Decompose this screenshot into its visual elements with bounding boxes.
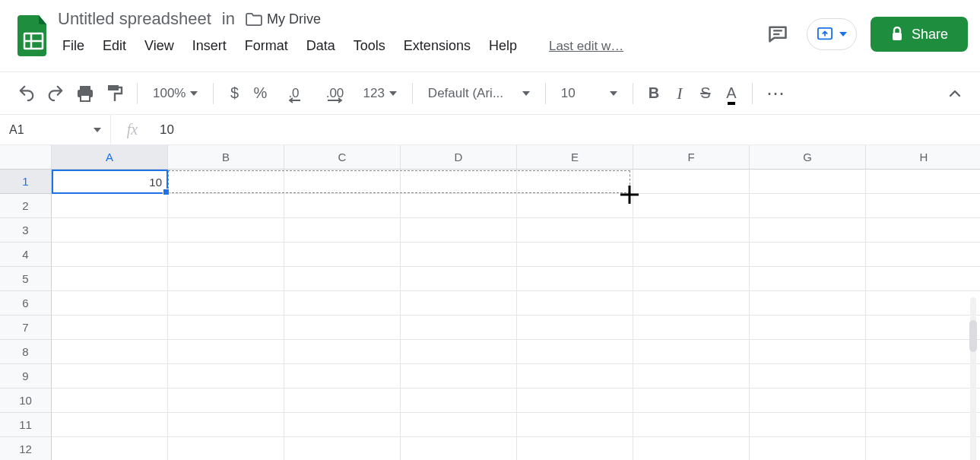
row-header-6[interactable]: 6 (0, 291, 52, 316)
cell-E4[interactable] (517, 243, 633, 267)
menu-format[interactable]: Format (240, 35, 293, 57)
column-header-D[interactable]: D (401, 145, 517, 170)
menu-insert[interactable]: Insert (188, 35, 231, 57)
cell-H3[interactable] (866, 218, 980, 243)
cell-F8[interactable] (633, 340, 750, 364)
cell-C2[interactable] (284, 194, 401, 218)
cell-G6[interactable] (750, 291, 866, 316)
collapse-toolbar-button[interactable] (944, 80, 966, 107)
cell-B10[interactable] (168, 389, 284, 413)
cell-H11[interactable] (866, 413, 980, 437)
column-header-G[interactable]: G (750, 145, 866, 170)
cell-B3[interactable] (168, 218, 284, 243)
menu-data[interactable]: Data (302, 35, 340, 57)
cell-D1[interactable] (401, 170, 517, 194)
cell-E10[interactable] (517, 389, 633, 413)
number-format-dropdown[interactable]: 123 (357, 80, 402, 107)
row-header-10[interactable]: 10 (0, 389, 52, 413)
row-header-7[interactable]: 7 (0, 316, 52, 340)
cell-A5[interactable] (52, 267, 168, 291)
cell-A2[interactable] (52, 194, 168, 218)
column-header-B[interactable]: B (168, 145, 284, 170)
cell-H10[interactable] (866, 389, 980, 413)
cell-G11[interactable] (750, 413, 866, 437)
formula-input[interactable]: 10 (154, 122, 980, 138)
cell-D2[interactable] (401, 194, 517, 218)
cell-F4[interactable] (633, 243, 750, 267)
cell-C4[interactable] (284, 243, 401, 267)
cell-D3[interactable] (401, 218, 517, 243)
row-header-12[interactable]: 12 (0, 437, 52, 460)
row-header-1[interactable]: 1 (0, 170, 52, 194)
location-folder[interactable]: My Drive (246, 11, 321, 27)
cell-E12[interactable] (517, 437, 633, 460)
cell-D6[interactable] (401, 291, 517, 316)
cell-E3[interactable] (517, 218, 633, 243)
cell-E7[interactable] (517, 316, 633, 340)
font-dropdown[interactable]: Default (Ari... (422, 80, 536, 107)
vertical-scrollbar[interactable] (968, 297, 978, 460)
cell-F12[interactable] (633, 437, 750, 460)
cell-D11[interactable] (401, 413, 517, 437)
cell-G7[interactable] (750, 316, 866, 340)
cell-G9[interactable] (750, 364, 866, 389)
cell-E5[interactable] (517, 267, 633, 291)
cell-A12[interactable] (52, 437, 168, 460)
cell-E6[interactable] (517, 291, 633, 316)
cell-C9[interactable] (284, 364, 401, 389)
zoom-dropdown[interactable]: 100% (147, 80, 204, 107)
share-button[interactable]: Share (871, 17, 968, 52)
cell-C11[interactable] (284, 413, 401, 437)
cell-G2[interactable] (750, 194, 866, 218)
row-header-3[interactable]: 3 (0, 218, 52, 243)
undo-button[interactable] (14, 80, 40, 107)
cell-G1[interactable] (750, 170, 866, 194)
cell-C12[interactable] (284, 437, 401, 460)
paint-format-button[interactable] (102, 80, 128, 107)
row-header-11[interactable]: 11 (0, 413, 52, 437)
decrease-decimal-button[interactable]: .0 (274, 80, 312, 107)
cell-A1[interactable]: 10 (52, 170, 168, 194)
cell-A7[interactable] (52, 316, 168, 340)
cell-H1[interactable] (866, 170, 980, 194)
cell-G10[interactable] (750, 389, 866, 413)
cell-G4[interactable] (750, 243, 866, 267)
cell-D4[interactable] (401, 243, 517, 267)
cell-H7[interactable] (866, 316, 980, 340)
present-button[interactable] (807, 18, 857, 50)
cell-E9[interactable] (517, 364, 633, 389)
cell-D5[interactable] (401, 267, 517, 291)
cell-B4[interactable] (168, 243, 284, 267)
cell-H6[interactable] (866, 291, 980, 316)
cell-G12[interactable] (750, 437, 866, 460)
spreadsheet-grid[interactable]: ABCDEFGH11023456789101112 (0, 145, 980, 460)
name-box[interactable]: A1 (0, 115, 111, 144)
percent-button[interactable]: % (249, 80, 271, 107)
cell-E11[interactable] (517, 413, 633, 437)
cell-D9[interactable] (401, 364, 517, 389)
menu-help[interactable]: Help (484, 35, 522, 57)
cell-A4[interactable] (52, 243, 168, 267)
text-color-button[interactable]: A (720, 80, 743, 107)
cell-F11[interactable] (633, 413, 750, 437)
cell-B5[interactable] (168, 267, 284, 291)
cell-H8[interactable] (866, 340, 980, 364)
cell-B8[interactable] (168, 340, 284, 364)
strike-button[interactable]: S (694, 80, 717, 107)
cell-C5[interactable] (284, 267, 401, 291)
cell-E1[interactable] (517, 170, 633, 194)
cell-C8[interactable] (284, 340, 401, 364)
cell-G3[interactable] (750, 218, 866, 243)
app-logo[interactable] (9, 6, 58, 56)
column-header-C[interactable]: C (284, 145, 401, 170)
cell-B7[interactable] (168, 316, 284, 340)
redo-button[interactable] (43, 80, 68, 107)
row-header-8[interactable]: 8 (0, 340, 52, 364)
cell-B2[interactable] (168, 194, 284, 218)
row-header-9[interactable]: 9 (0, 364, 52, 389)
currency-button[interactable]: $ (223, 80, 246, 107)
increase-decimal-button[interactable]: .00 (316, 80, 354, 107)
cell-A9[interactable] (52, 364, 168, 389)
cell-E8[interactable] (517, 340, 633, 364)
menu-extensions[interactable]: Extensions (399, 35, 475, 57)
